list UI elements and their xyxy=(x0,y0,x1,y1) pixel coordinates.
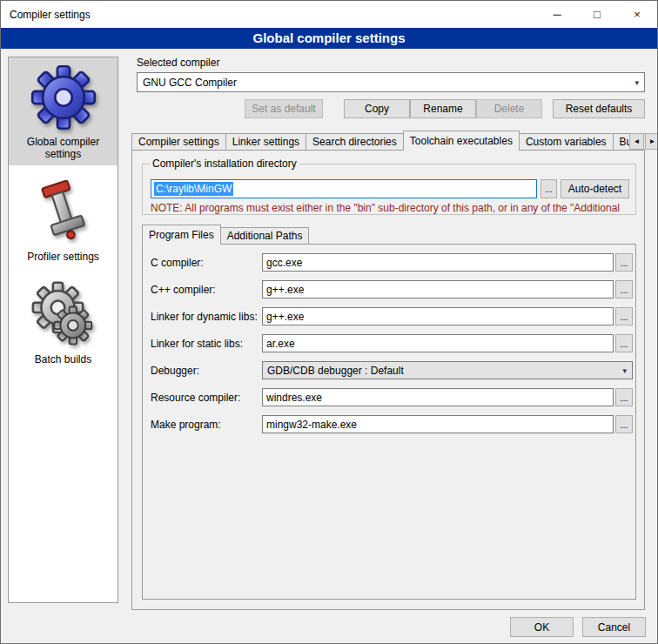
linker-dynamic-label: Linker for dynamic libs: xyxy=(151,311,258,323)
installation-directory-group-label: Compiler's installation directory xyxy=(150,158,299,170)
maximize-button[interactable]: □ xyxy=(577,1,617,28)
c-compiler-input[interactable] xyxy=(262,253,614,272)
chevron-down-icon: ▾ xyxy=(634,78,639,87)
c-compiler-browse-button[interactable]: ... xyxy=(615,253,633,272)
auto-detect-button[interactable]: Auto-detect xyxy=(561,179,629,198)
reset-defaults-button[interactable]: Reset defaults xyxy=(553,99,645,118)
make-program-label: Make program: xyxy=(151,419,221,431)
sidebar-item-label: Batch builds xyxy=(10,353,116,366)
subtab-additional-paths[interactable]: Additional Paths xyxy=(220,227,310,244)
tab-bar: Compiler settings Linker settings Search… xyxy=(131,131,647,150)
sidebar-item-global-compiler-settings[interactable]: Global compiler settings xyxy=(9,57,118,165)
tab-linker-settings[interactable]: Linker settings xyxy=(225,133,306,150)
tab-scroll-left-icon[interactable]: ◄ xyxy=(629,133,644,150)
cpp-compiler-input[interactable] xyxy=(262,280,614,299)
cpp-compiler-browse-button[interactable]: ... xyxy=(615,280,633,299)
compiler-settings-window: Compiler settings ─ □ × Global compiler … xyxy=(0,0,658,644)
selected-compiler-label: Selected compiler xyxy=(137,57,219,69)
tab-search-directories[interactable]: Search directories xyxy=(306,133,404,150)
resource-compiler-browse-button[interactable]: ... xyxy=(615,388,633,406)
window-title: Compiler settings xyxy=(10,9,91,21)
linker-static-browse-button[interactable]: ... xyxy=(615,334,633,352)
subtab-bar: Program Files Additional Paths xyxy=(142,225,308,244)
compiler-select-value: GNU GCC Compiler xyxy=(143,77,237,89)
sidebar-item-label: Global compiler settings xyxy=(10,136,116,160)
minimize-button[interactable]: ─ xyxy=(537,1,577,28)
linker-static-label: Linker for static libs: xyxy=(151,338,243,350)
compiler-select[interactable]: GNU GCC Compiler ▾ xyxy=(137,72,645,92)
resource-compiler-input[interactable] xyxy=(262,388,614,406)
make-program-input[interactable] xyxy=(262,415,614,433)
blue-gear-icon xyxy=(30,64,97,131)
linker-static-input[interactable] xyxy=(262,334,614,352)
window-controls: ─ □ × xyxy=(537,1,657,28)
rename-button[interactable]: Rename xyxy=(410,99,476,118)
debugger-select-value: GDB/CDB debugger : Default xyxy=(267,365,404,377)
linker-dynamic-input[interactable] xyxy=(262,307,614,325)
install-dir-browse-button[interactable]: ... xyxy=(540,179,557,198)
subtab-program-files[interactable]: Program Files xyxy=(142,225,221,245)
tab-compiler-settings[interactable]: Compiler settings xyxy=(131,133,226,150)
gray-gears-icon xyxy=(30,281,97,349)
sidebar-item-label: Profiler settings xyxy=(10,251,116,263)
tab-toolchain-executables[interactable]: Toolchain executables xyxy=(403,131,520,151)
close-button[interactable]: × xyxy=(617,1,657,28)
cpp-compiler-label: C++ compiler: xyxy=(151,284,216,296)
install-dir-input[interactable]: C:\raylib\MinGW xyxy=(151,179,537,198)
titlebar: Compiler settings ─ □ × xyxy=(1,1,657,28)
tab-custom-variables[interactable]: Custom variables xyxy=(519,133,614,150)
c-compiler-label: C compiler: xyxy=(151,257,204,269)
resource-compiler-label: Resource compiler: xyxy=(151,392,240,404)
sidebar: Global compiler settings Profiler settin… xyxy=(8,57,118,603)
dialog-header: Global compiler settings xyxy=(1,28,657,49)
make-program-browse-button[interactable]: ... xyxy=(615,415,633,433)
debugger-label: Debugger: xyxy=(151,365,199,377)
sidebar-item-batch-builds[interactable]: Batch builds xyxy=(9,275,118,371)
copy-button[interactable]: Copy xyxy=(344,99,410,118)
tab-scroll-buttons: ◄ ► xyxy=(629,133,658,150)
bin-subdirectory-note: NOTE: All programs must exist either in … xyxy=(151,202,633,214)
profiler-tool-icon xyxy=(30,178,97,246)
set-as-default-button: Set as default xyxy=(245,99,323,118)
sidebar-item-profiler-settings[interactable]: Profiler settings xyxy=(9,172,118,268)
ok-button[interactable]: OK xyxy=(510,617,574,637)
chevron-down-icon: ▾ xyxy=(622,366,627,375)
tab-scroll-right-icon[interactable]: ► xyxy=(645,133,658,150)
cancel-button[interactable]: Cancel xyxy=(582,617,646,637)
delete-button: Delete xyxy=(476,99,542,118)
debugger-select[interactable]: GDB/CDB debugger : Default ▾ xyxy=(262,361,633,379)
install-dir-value: C:\raylib\MinGW xyxy=(154,182,233,196)
linker-dynamic-browse-button[interactable]: ... xyxy=(615,307,633,325)
